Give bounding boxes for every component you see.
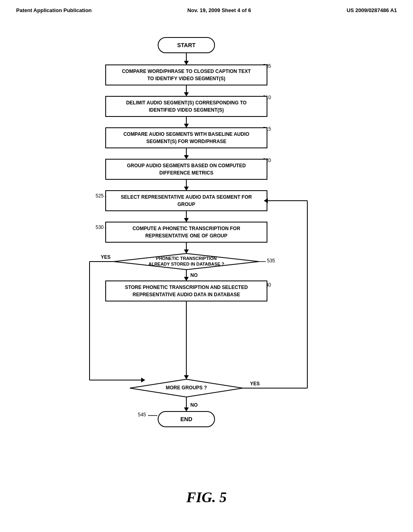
flowchart-svg: START 505 COMPARE WORD/PHRASE TO CLOSED … — [49, 29, 364, 473]
svg-text:REPRESENTATIVE AUDIO DATA IN D: REPRESENTATIVE AUDIO DATA IN DATABASE — [133, 292, 240, 297]
header-middle: Nov. 19, 2009 Sheet 4 of 6 — [187, 7, 251, 13]
svg-text:PHONETIC TRANSCRIPTION: PHONETIC TRANSCRIPTION — [156, 256, 217, 261]
svg-text:GROUP AUDIO SEGMENTS BASED ON : GROUP AUDIO SEGMENTS BASED ON COMPUTED — [127, 163, 246, 168]
svg-text:START: START — [177, 42, 196, 48]
svg-rect-41 — [106, 222, 267, 242]
figure-label: FIG. 5 — [186, 489, 227, 506]
svg-text:TO IDENTIFY VIDEO SEGMENT(S): TO IDENTIFY VIDEO SEGMENT(S) — [147, 76, 225, 81]
svg-marker-45 — [184, 249, 189, 254]
header-right: US 2009/0287486 A1 — [346, 7, 397, 13]
svg-text:ALREADY STORED IN DATABASE ?: ALREADY STORED IN DATABASE ? — [148, 262, 224, 266]
svg-marker-17 — [184, 124, 189, 128]
svg-rect-6 — [106, 65, 267, 85]
svg-text:REPRESENTATIVE ONE OF GROUP: REPRESENTATIVE ONE OF GROUP — [145, 233, 227, 239]
svg-text:COMPUTE A PHONETIC TRANSCRIPTI: COMPUTE A PHONETIC TRANSCRIPTION FOR — [132, 226, 240, 231]
svg-text:525: 525 — [96, 193, 104, 199]
svg-marker-55 — [141, 378, 145, 382]
svg-text:YES: YES — [101, 254, 111, 260]
svg-text:MORE GROUPS ?: MORE GROUPS ? — [166, 385, 207, 391]
diagram-area: START 505 COMPARE WORD/PHRASE TO CLOSED … — [0, 17, 413, 506]
svg-rect-27 — [106, 159, 267, 179]
svg-marker-24 — [184, 155, 189, 159]
svg-rect-13 — [106, 96, 267, 116]
svg-marker-57 — [184, 277, 189, 281]
svg-text:YES: YES — [250, 381, 260, 387]
svg-rect-61 — [106, 281, 267, 301]
svg-text:530: 530 — [96, 224, 104, 230]
svg-text:DELIMIT AUDIO SEGMENT(S) CORRE: DELIMIT AUDIO SEGMENT(S) CORRESPONDING T… — [126, 100, 247, 106]
header-left: Patent Application Publication — [16, 7, 92, 13]
svg-text:NO: NO — [190, 402, 198, 408]
svg-text:END: END — [180, 416, 192, 422]
svg-rect-34 — [106, 191, 267, 211]
svg-marker-38 — [184, 218, 189, 222]
svg-text:545: 545 — [138, 412, 146, 418]
svg-rect-20 — [106, 128, 267, 148]
svg-text:GROUP: GROUP — [177, 202, 195, 207]
svg-marker-74 — [184, 407, 189, 411]
svg-text:535: 535 — [267, 258, 275, 264]
patent-header: Patent Application Publication Nov. 19, … — [0, 0, 413, 17]
svg-marker-10 — [184, 92, 189, 96]
svg-text:NO: NO — [190, 272, 198, 278]
svg-marker-31 — [184, 187, 189, 191]
svg-text:COMPARE WORD/PHRASE TO CLOSED : COMPARE WORD/PHRASE TO CLOSED CAPTION TE… — [122, 69, 251, 74]
svg-marker-3 — [184, 61, 189, 65]
svg-text:IDENTIFIED VIDEO SEGMENT(S): IDENTIFIED VIDEO SEGMENT(S) — [149, 107, 224, 113]
svg-marker-65 — [184, 375, 189, 379]
svg-text:STORE PHONETIC TRANSCRIPTION A: STORE PHONETIC TRANSCRIPTION AND SELECTE… — [125, 285, 248, 290]
svg-text:SELECT REPRESENTATIVE AUDIO DA: SELECT REPRESENTATIVE AUDIO DATA SEGMENT… — [121, 194, 252, 200]
svg-text:SEGMENT(S) FOR WORD/PHRASE: SEGMENT(S) FOR WORD/PHRASE — [146, 139, 227, 144]
svg-text:COMPARE AUDIO SEGMENTS WITH BA: COMPARE AUDIO SEGMENTS WITH BASELINE AUD… — [123, 131, 249, 137]
svg-text:DIFFERENCE METRICS: DIFFERENCE METRICS — [159, 170, 213, 176]
